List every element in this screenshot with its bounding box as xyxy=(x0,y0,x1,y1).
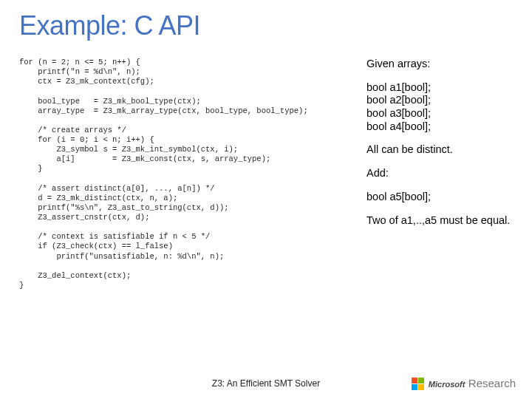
add-label: Add: xyxy=(366,167,514,180)
code-block: for (n = 2; n <= 5; n++) { printf("n = %… xyxy=(19,58,366,290)
array-declarations: bool a1[bool]; bool a2[bool]; bool a3[bo… xyxy=(366,81,514,134)
logo-brand: Microsoft xyxy=(429,380,466,389)
distinct-statement: All can be distinct. xyxy=(366,143,514,157)
title-main: C API xyxy=(134,10,201,41)
code-column: for (n = 2; n <= 5; n++) { printf("n = %… xyxy=(19,58,366,290)
given-arrays-label: Given arrays: xyxy=(366,58,514,71)
microsoft-icon xyxy=(412,378,424,390)
microsoft-research-logo: Microsoft Research xyxy=(412,377,516,390)
a5-declaration: bool a5[bool]; xyxy=(366,191,514,204)
slide: Example: C API for (n = 2; n <= 5; n++) … xyxy=(0,0,532,399)
explanation-column: Given arrays: bool a1[bool]; bool a2[boo… xyxy=(366,58,514,290)
title-prefix: Example: xyxy=(19,10,134,41)
equal-statement: Two of a1,..,a5 must be equal. xyxy=(366,214,514,228)
slide-title: Example: C API xyxy=(0,0,532,41)
slide-body: for (n = 2; n <= 5; n++) { printf("n = %… xyxy=(0,41,532,290)
logo-sub: Research xyxy=(468,377,516,389)
logo-text-wrap: Microsoft Research xyxy=(429,377,516,390)
